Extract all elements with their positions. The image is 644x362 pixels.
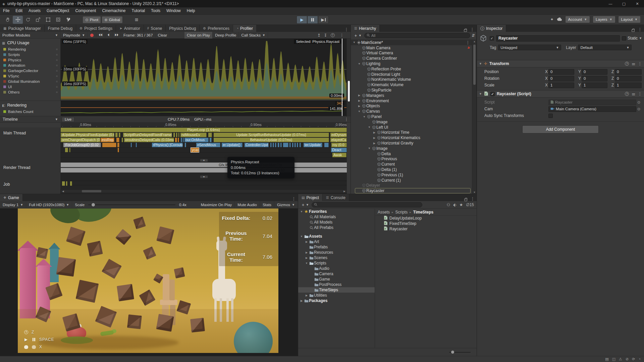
thread-render[interactable]: Render Thread bbox=[3, 165, 31, 170]
grid-snap-button[interactable]: ⊞ bbox=[131, 16, 142, 24]
menu-item-window[interactable]: Window bbox=[163, 7, 184, 14]
cpu-chart[interactable]: 66ms (15FPS) 33ms (30FPS) 16ms (60FPS) S… bbox=[61, 39, 347, 100]
legend-scripts[interactable]: Scripts≡ bbox=[0, 52, 60, 57]
position-y-field[interactable]: 0 bbox=[582, 69, 607, 75]
timeline-sample-sliver[interactable] bbox=[131, 143, 132, 147]
timeline-view-dropdown[interactable]: Timeline▼ bbox=[0, 117, 61, 122]
timeline-sample[interactable]: our.OnMous bbox=[184, 138, 209, 142]
favorites-star-icon[interactable]: ★ bbox=[459, 202, 463, 207]
foldout-arrow-icon[interactable]: ▶ bbox=[300, 299, 304, 302]
object-name-field[interactable]: Raycaster bbox=[496, 35, 620, 42]
hierarchy-item-directional-light[interactable]: Directional Light bbox=[351, 72, 472, 77]
drag-handle-icon[interactable]: ≡ bbox=[56, 64, 58, 67]
menu-item-file[interactable]: File bbox=[0, 7, 12, 14]
tab-preferences[interactable]: ⚙Preferences bbox=[200, 25, 233, 32]
hierarchy-item-image[interactable]: ▼Image bbox=[351, 146, 472, 151]
breadcrumb-timesteps[interactable]: TimeSteps bbox=[413, 210, 433, 215]
component-menu-icon[interactable]: ⋮ bbox=[638, 92, 642, 96]
timeline-sample[interactable]: Update.ScriptRunBehaviourUpdate (0.07ms) bbox=[214, 133, 329, 137]
scale-x-field[interactable]: 1 bbox=[548, 82, 574, 88]
lock-icon[interactable] bbox=[464, 29, 467, 32]
help-icon[interactable]: ? bbox=[625, 92, 629, 96]
timeline-sample-sliver[interactable] bbox=[289, 143, 291, 147]
profiler-modules-dropdown[interactable]: Profiler Modules▼ bbox=[0, 32, 61, 39]
static-dropdown-icon[interactable]: ▼ bbox=[639, 37, 642, 40]
mute-audio-toggle[interactable]: Mute Audio bbox=[235, 201, 260, 208]
object-picker-icon[interactable]: ⊙ bbox=[637, 100, 640, 105]
hierarchy-item-previous-1-[interactable]: Previous (1) bbox=[351, 172, 472, 178]
timeline-sample-sliver[interactable] bbox=[136, 143, 137, 147]
foldout-arrow-icon[interactable]: ▶ bbox=[357, 105, 361, 108]
timeline-sample-sliver[interactable] bbox=[176, 133, 177, 137]
foldout-arrow-icon[interactable]: ▶ bbox=[357, 94, 361, 97]
step-button[interactable]: ▶ bbox=[318, 16, 329, 24]
cloud-icon[interactable] bbox=[556, 17, 562, 22]
timeline-sample-sliver[interactable] bbox=[208, 133, 212, 137]
help-icon[interactable]: ? bbox=[625, 62, 629, 66]
cam-object-field[interactable]: Main Camera (Camera) bbox=[548, 106, 636, 112]
timeline-sample-sliver[interactable] bbox=[278, 143, 279, 147]
timeline-sample[interactable]: er.Update() bbox=[222, 143, 243, 147]
timeline-sample[interactable]: BehaviourUpdate (0.07ms) bbox=[214, 138, 329, 142]
timeline-sample-sliver[interactable] bbox=[178, 133, 179, 137]
collapse-render-thread-button[interactable]: ▼ bbox=[200, 175, 208, 178]
lock-icon[interactable] bbox=[464, 199, 467, 201]
timeline-sample-sliver[interactable] bbox=[122, 138, 123, 142]
menu-item-component[interactable]: Component bbox=[72, 7, 99, 14]
refresh-icon[interactable]: ⟳ bbox=[632, 357, 635, 361]
foldout-arrow-icon[interactable]: ▼ bbox=[300, 210, 304, 213]
search-by-type-icon[interactable]: ⚇ bbox=[446, 202, 450, 207]
console-icon[interactable]: ▤ bbox=[605, 357, 608, 361]
drag-handle-icon[interactable]: ≡ bbox=[56, 80, 58, 83]
hierarchy-item-objects[interactable]: ▶Objects bbox=[351, 104, 472, 109]
layers-dropdown[interactable]: Layers▼ bbox=[593, 16, 615, 23]
timeline-sample-sliver[interactable] bbox=[283, 143, 288, 147]
tab-game[interactable]: ❖Game bbox=[0, 194, 23, 201]
progress-icon[interactable]: ◔ bbox=[638, 357, 641, 361]
presets-icon[interactable]: ⚌ bbox=[632, 92, 635, 96]
deep-profile-toggle[interactable]: Deep Profile bbox=[213, 32, 239, 39]
legend-others[interactable]: Others≡ bbox=[0, 89, 60, 95]
clear-on-play-toggle[interactable]: Clear on Play bbox=[184, 32, 213, 39]
timeline-track[interactable]: Gfx.WaitForGfxCommandsFromMainThr Semaph… bbox=[61, 127, 347, 194]
save-profile-icon[interactable]: ↧ bbox=[324, 33, 327, 38]
layer-dropdown[interactable]: Default▼ bbox=[578, 45, 632, 50]
menu-item-help[interactable]: Help bbox=[184, 7, 198, 14]
foldout-arrow-icon[interactable]: ▶ bbox=[372, 131, 376, 134]
next-frame-button[interactable]: ⏵⏵ bbox=[112, 32, 121, 39]
transform-tool-button[interactable] bbox=[53, 16, 63, 24]
play-button[interactable]: ▶ bbox=[297, 16, 307, 24]
drag-handle-icon[interactable]: ≡ bbox=[56, 53, 58, 56]
auto-sync-checkbox[interactable] bbox=[548, 114, 553, 118]
resolution-dropdown[interactable]: Full HD (644x362)▼ bbox=[26, 201, 72, 208]
timeline-sample[interactable]: oroutinesDelayedCalls (0.03ms bbox=[124, 138, 174, 142]
scene-menu-icon[interactable]: ⋮ bbox=[464, 40, 472, 45]
timeline-sample[interactable]: Deact bbox=[331, 148, 347, 152]
hierarchy-item-raycaster[interactable]: Raycaster bbox=[351, 188, 472, 193]
project-item-prefabs[interactable]: Prefabs bbox=[298, 244, 375, 250]
hierarchy-item-camera-confiner[interactable]: Camera Confiner bbox=[351, 56, 472, 61]
foldout-arrow-icon[interactable]: ▼ bbox=[357, 110, 361, 113]
menu-item-tools[interactable]: Tools bbox=[148, 7, 163, 14]
hand-tool-button[interactable] bbox=[3, 16, 13, 24]
menu-item-cinemachine[interactable]: Cinemachine bbox=[99, 7, 128, 14]
project-item-packages[interactable]: ▶Packages bbox=[298, 298, 375, 303]
call-stacks-dropdown[interactable]: Call Stacks▼ bbox=[239, 32, 268, 39]
job-sample[interactable] bbox=[62, 181, 65, 186]
scale-z-field[interactable]: 1 bbox=[615, 82, 642, 88]
project-item-all-materials[interactable]: All Materials bbox=[298, 214, 375, 220]
legend-global-illumination[interactable]: Global Illumination≡ bbox=[0, 79, 60, 84]
hierarchy-item-virtual-camera[interactable]: Virtual Camera bbox=[351, 51, 472, 56]
minimize-button[interactable]: — bbox=[604, 0, 617, 7]
maximize-on-play-toggle[interactable]: Maximize On Play bbox=[198, 201, 235, 208]
timeline-sample[interactable]: rPhysics() [Coroutine bbox=[152, 143, 183, 147]
scale-y-field[interactable]: 1 bbox=[582, 82, 607, 88]
panel-menu-icon[interactable]: ⋮ bbox=[342, 27, 351, 32]
timeline-sample-sliver[interactable] bbox=[102, 143, 116, 147]
custom-tool-button[interactable] bbox=[63, 16, 73, 24]
timeline-sample-sliver[interactable] bbox=[273, 143, 274, 147]
timeline-sample-sliver[interactable] bbox=[270, 143, 272, 147]
collapse-main-thread-button[interactable]: ▼ bbox=[200, 159, 208, 162]
panel-menu-icon[interactable]: ⋮ bbox=[636, 27, 644, 32]
tab-package-manager[interactable]: ▦Package Manager bbox=[0, 25, 45, 32]
